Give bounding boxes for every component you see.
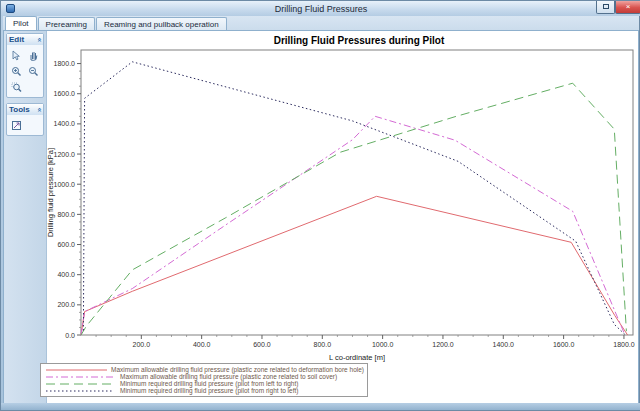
y-tick-label: 1800.0: [54, 60, 76, 67]
tab-prereaming[interactable]: Prereaming: [38, 17, 95, 30]
x-tick-label: 800.0: [314, 341, 332, 348]
x-tick-label: 1200.0: [432, 341, 454, 348]
maximize-icon: [603, 4, 609, 9]
legend-item-label: Minimum required drilling fluid pressure…: [120, 387, 298, 394]
legend-item-label: Minimum required drilling fluid pressure…: [120, 380, 298, 387]
y-tick-label: 1600.0: [54, 90, 76, 97]
x-tick-label: 1400.0: [493, 341, 515, 348]
x-tick-label: 1800.0: [613, 341, 635, 348]
chart-legend: Maximum allowable drilling fluid pressur…: [40, 363, 368, 397]
x-tick-label: 1000.0: [372, 341, 394, 348]
app-window: Drilling Fluid Pressures × PilotPrereami…: [0, 0, 640, 411]
y-tick-label: 400.0: [57, 271, 75, 278]
tab-page: Edit «: [3, 30, 639, 405]
x-tick-label: 400.0: [193, 341, 211, 348]
x-axis-title: L co-ordinate [m]: [329, 353, 385, 362]
legend-item: Maximum allowable drilling fluid pressur…: [44, 366, 364, 373]
legend-line-sample: [44, 388, 116, 394]
y-tick-label: 800.0: [57, 211, 75, 218]
y-tick-label: 1000.0: [54, 181, 76, 188]
window-bottom-border: [1, 403, 640, 410]
x-tick-label: 1600.0: [553, 341, 575, 348]
x-tick-label: 600.0: [253, 341, 271, 348]
tab-pilot[interactable]: Pilot: [5, 16, 37, 30]
legend-item: Minimum required drilling fluid pressure…: [44, 380, 364, 387]
y-axis-title: Drilling fluid pressure [kPa]: [46, 148, 55, 237]
y-tick-label: 0.0: [65, 332, 75, 339]
legend-item: Maximum allowable drilling fluid pressur…: [44, 373, 364, 380]
window-title: Drilling Fluid Pressures: [1, 4, 640, 14]
plot-frame: [81, 50, 633, 335]
chart-plot-area: 200.0400.0600.0800.01000.01200.01400.016…: [4, 31, 640, 404]
y-tick-label: 600.0: [57, 241, 75, 248]
x-tick-label: 200.0: [133, 341, 151, 348]
close-button[interactable]: ×: [615, 1, 640, 14]
tab-strip: PilotPrereamingReaming and pullback oper…: [3, 16, 639, 30]
legend-line-sample: [44, 367, 107, 373]
legend-item-label: Maximum allowable drilling fluid pressur…: [120, 373, 337, 380]
legend-line-sample: [44, 374, 116, 380]
legend-item-label: Maximum allowable drilling fluid pressur…: [111, 366, 364, 373]
y-tick-label: 1200.0: [54, 151, 76, 158]
y-tick-label: 1400.0: [54, 120, 76, 127]
legend-line-sample: [44, 381, 116, 387]
maximize-button[interactable]: [596, 1, 615, 14]
tab-reaming-and-pullback-operation[interactable]: Reaming and pullback operation: [96, 17, 227, 30]
title-bar[interactable]: Drilling Fluid Pressures ×: [1, 1, 640, 16]
y-tick-label: 200.0: [57, 301, 75, 308]
legend-item: Minimum required drilling fluid pressure…: [44, 387, 364, 394]
